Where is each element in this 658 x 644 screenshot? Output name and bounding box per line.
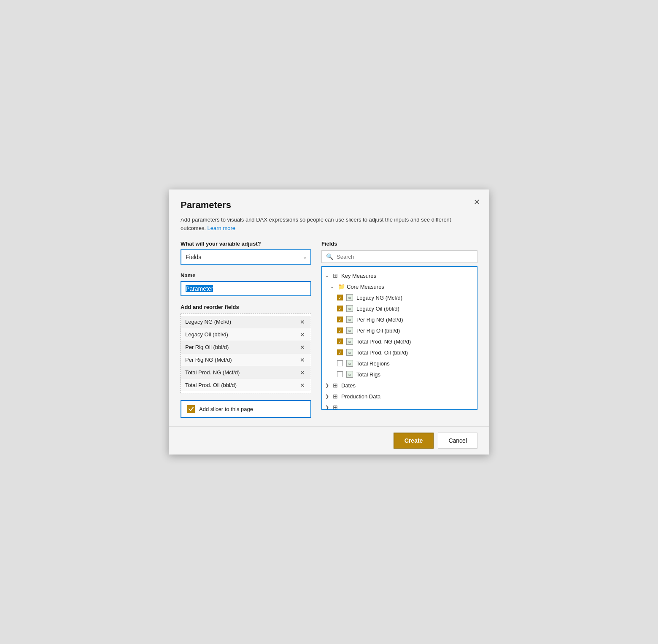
variable-select-wrapper: Fields Numeric range ⌄ bbox=[181, 249, 311, 265]
tree-row-key-measures[interactable]: ⌄ ⊞ Key Measures bbox=[322, 270, 477, 281]
tree-row-legacy-oil[interactable]: fx Legacy Oil (bbl/d) bbox=[322, 303, 477, 314]
variable-label: What will your variable adjust? bbox=[181, 241, 311, 247]
checkbox-total-regions[interactable] bbox=[337, 360, 343, 366]
field-item: Total Prod. Oil (bbl/d) ✕ bbox=[181, 379, 311, 391]
name-input[interactable] bbox=[181, 281, 311, 296]
checkbox-per-rig-ng[interactable] bbox=[337, 317, 343, 322]
name-label: Name bbox=[181, 272, 311, 279]
cancel-button[interactable]: Cancel bbox=[438, 433, 477, 449]
chevron-right-icon: ❯ bbox=[325, 394, 331, 399]
table-grid-icon: ⊞ bbox=[333, 272, 338, 279]
checkbox-total-rigs[interactable] bbox=[337, 371, 343, 377]
fields-panel-label: Fields bbox=[321, 241, 477, 247]
dialog-footer: Create Cancel bbox=[169, 426, 489, 455]
checkbox-per-rig-oil[interactable] bbox=[337, 327, 343, 333]
field-name: Total Prod. Oil (bbl/d) bbox=[185, 382, 237, 388]
checkbox-total-prod-oil[interactable] bbox=[337, 349, 343, 355]
variable-select[interactable]: Fields Numeric range bbox=[181, 249, 311, 265]
search-input[interactable] bbox=[337, 254, 473, 260]
fields-tree: ⌄ ⊞ Key Measures ⌄ 📁 Core Measures fx Le… bbox=[321, 266, 477, 410]
dialog-description: Add parameters to visuals and DAX expres… bbox=[181, 216, 477, 232]
field-item: Legacy Oil (bbl/d) ✕ bbox=[181, 328, 311, 341]
close-button[interactable]: ✕ bbox=[471, 196, 483, 208]
tree-label: Dates bbox=[341, 382, 356, 389]
measure-icon: fx bbox=[346, 360, 353, 367]
field-name: Per Rig NG (Mcf/d) bbox=[185, 357, 232, 363]
measure-icon: fx bbox=[346, 338, 353, 345]
tree-label: Legacy NG (Mcf/d) bbox=[356, 295, 402, 301]
right-panel: Fields 🔍 ⌄ ⊞ Key Measures ⌄ 📁 Core Me bbox=[321, 241, 477, 418]
tree-label: Per Rig Oil (bbl/d) bbox=[356, 327, 400, 334]
tree-row-total-prod-ng[interactable]: fx Total Prod. NG (Mcf/d) bbox=[322, 336, 477, 347]
tree-row-extra[interactable]: ❯ ⊞ bbox=[322, 402, 477, 410]
tree-label: Total Prod. NG (Mcf/d) bbox=[356, 338, 411, 345]
create-button[interactable]: Create bbox=[394, 433, 434, 449]
field-item: Legacy NG (Mcf/d) ✕ bbox=[181, 316, 311, 328]
checkbox-total-prod-ng[interactable] bbox=[337, 338, 343, 344]
measure-icon: fx bbox=[346, 371, 353, 378]
add-slicer-checkbox-row[interactable]: Add slicer to this page bbox=[181, 400, 311, 418]
field-name: Per Rig Oil (bbl/d) bbox=[185, 344, 229, 350]
tree-label: Production Data bbox=[341, 393, 380, 400]
tree-row-per-rig-oil[interactable]: fx Per Rig Oil (bbl/d) bbox=[322, 325, 477, 336]
table-grid-icon: ⊞ bbox=[333, 404, 338, 410]
field-item: Per Rig Oil (bbl/d) ✕ bbox=[181, 341, 311, 354]
field-name: Legacy NG (Mcf/d) bbox=[185, 319, 231, 325]
remove-field-button[interactable]: ✕ bbox=[298, 332, 307, 338]
table-grid-icon: ⊞ bbox=[333, 393, 338, 400]
left-panel: What will your variable adjust? Fields N… bbox=[181, 241, 311, 418]
measure-icon: fx bbox=[346, 316, 353, 323]
field-item: Total Prod. NG (Mcf/d) ✕ bbox=[181, 366, 311, 379]
measure-icon: fx bbox=[346, 294, 353, 301]
tree-label: Key Measures bbox=[341, 273, 376, 279]
chevron-right-icon: ❯ bbox=[325, 383, 331, 388]
slicer-checkbox-icon bbox=[187, 405, 195, 413]
dialog-body: What will your variable adjust? Fields N… bbox=[169, 241, 489, 426]
table-grid-icon: ⊞ bbox=[333, 382, 338, 389]
field-name: Legacy Oil (bbl/d) bbox=[185, 331, 228, 338]
tree-label: Total Prod. Oil (bbl/d) bbox=[356, 349, 408, 356]
measure-icon: fx bbox=[346, 327, 353, 334]
fields-list: Legacy NG (Mcf/d) ✕ Legacy Oil (bbl/d) ✕… bbox=[181, 314, 311, 393]
search-icon: 🔍 bbox=[326, 253, 333, 260]
remove-field-button[interactable]: ✕ bbox=[298, 357, 307, 363]
tree-row-core-measures[interactable]: ⌄ 📁 Core Measures bbox=[322, 281, 477, 292]
measure-icon: fx bbox=[346, 349, 353, 356]
remove-field-button[interactable]: ✕ bbox=[298, 382, 307, 388]
tree-row-total-rigs[interactable]: fx Total Rigs bbox=[322, 369, 477, 380]
tree-row-total-prod-oil[interactable]: fx Total Prod. Oil (bbl/d) bbox=[322, 347, 477, 358]
tree-row-total-regions[interactable]: fx Total Regions bbox=[322, 358, 477, 369]
tree-row-per-rig-ng[interactable]: fx Per Rig NG (Mcf/d) bbox=[322, 314, 477, 325]
folder-icon: 📁 bbox=[338, 283, 345, 290]
chevron-down-icon: ⌄ bbox=[330, 284, 336, 290]
tree-label: Core Measures bbox=[347, 284, 384, 290]
chevron-right-icon: ❯ bbox=[325, 405, 331, 410]
dialog-title: Parameters bbox=[181, 200, 477, 211]
tree-row-legacy-ng[interactable]: fx Legacy NG (Mcf/d) bbox=[322, 292, 477, 303]
remove-field-button[interactable]: ✕ bbox=[298, 344, 307, 350]
tree-row-production-data[interactable]: ❯ ⊞ Production Data bbox=[322, 391, 477, 402]
remove-field-button[interactable]: ✕ bbox=[298, 370, 307, 376]
slicer-label: Add slicer to this page bbox=[199, 406, 253, 412]
dialog-header: Parameters Add parameters to visuals and… bbox=[169, 189, 489, 232]
add-fields-label: Add and reorder fields bbox=[181, 304, 311, 310]
learn-more-link[interactable]: Learn more bbox=[208, 225, 235, 231]
search-box: 🔍 bbox=[321, 250, 477, 263]
tree-label: Total Rigs bbox=[356, 371, 380, 378]
field-name: Total Prod. NG (Mcf/d) bbox=[185, 369, 240, 376]
chevron-down-icon: ⌄ bbox=[325, 273, 331, 279]
checkbox-legacy-ng[interactable] bbox=[337, 295, 343, 300]
remove-field-button[interactable]: ✕ bbox=[298, 319, 307, 325]
checkbox-legacy-oil[interactable] bbox=[337, 306, 343, 311]
parameters-dialog: ✕ Parameters Add parameters to visuals a… bbox=[169, 189, 489, 455]
tree-label: Total Regions bbox=[356, 360, 390, 367]
field-item: Per Rig NG (Mcf/d) ✕ bbox=[181, 354, 311, 366]
tree-label: Legacy Oil (bbl/d) bbox=[356, 306, 399, 312]
tree-row-dates[interactable]: ❯ ⊞ Dates bbox=[322, 380, 477, 391]
tree-label: Per Rig NG (Mcf/d) bbox=[356, 317, 403, 323]
measure-icon: fx bbox=[346, 305, 353, 312]
